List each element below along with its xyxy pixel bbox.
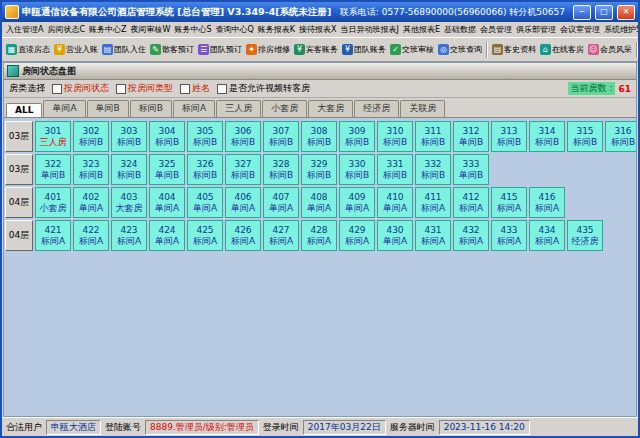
room-cell[interactable]: 416标间A: [529, 187, 565, 218]
room-cell[interactable]: 430单间A: [377, 220, 413, 251]
room-cell[interactable]: 322单间B: [35, 154, 71, 185]
room-cell[interactable]: 313标间B: [491, 121, 527, 152]
room-cell[interactable]: 423标间A: [111, 220, 147, 251]
room-cell[interactable]: 428标间A: [301, 220, 337, 251]
business-posting-button[interactable]: ¥营业入账: [52, 42, 100, 57]
room-cell[interactable]: 330标间B: [339, 154, 375, 185]
room-cell[interactable]: 302标间B: [73, 121, 109, 152]
by-name-option[interactable]: 姓名: [180, 82, 210, 95]
room-cell[interactable]: 432标间A: [453, 220, 489, 251]
member-profile-button[interactable]: ☺会员风采: [586, 42, 634, 57]
tab-三人房[interactable]: 三人房: [216, 100, 261, 117]
guest-history-button[interactable]: ▤客史资料: [490, 42, 538, 57]
room-cell[interactable]: 433标间A: [491, 220, 527, 251]
fit-booking-button[interactable]: ✎散客预订: [148, 42, 196, 57]
tab-单间A[interactable]: 单间A: [43, 100, 85, 117]
room-cell[interactable]: 412标间A: [453, 187, 489, 218]
menu-item[interactable]: 系统维护S: [602, 24, 638, 35]
room-cell[interactable]: 435经济房: [567, 220, 603, 251]
tab-小套房[interactable]: 小套房: [262, 100, 307, 117]
room-cell[interactable]: 326标间B: [187, 154, 223, 185]
room-cell[interactable]: 311标间B: [415, 121, 451, 152]
floor-label[interactable]: 03层: [5, 121, 33, 152]
room-cell[interactable]: 427标间A: [263, 220, 299, 251]
menu-item[interactable]: 房间状态C: [45, 24, 87, 35]
menu-item[interactable]: 会议室管理: [558, 24, 602, 35]
room-cell[interactable]: 415标间A: [491, 187, 527, 218]
room-cell[interactable]: 332标间B: [415, 154, 451, 185]
room-status-button[interactable]: ▦直读房态: [4, 42, 52, 57]
room-cell[interactable]: 434标间A: [529, 220, 565, 251]
room-cell[interactable]: 407单间A: [263, 187, 299, 218]
room-cell[interactable]: 401小套房: [35, 187, 71, 218]
room-cell[interactable]: 429标间A: [339, 220, 375, 251]
menu-item[interactable]: 夜间审核W: [129, 24, 173, 35]
room-cell[interactable]: 312单间B: [453, 121, 489, 152]
room-cell[interactable]: 425标间A: [187, 220, 223, 251]
room-cell[interactable]: 405单间A: [187, 187, 223, 218]
room-cell[interactable]: 402单间A: [73, 187, 109, 218]
menu-item[interactable]: 账务中心Z: [87, 24, 128, 35]
room-cell[interactable]: 303标间B: [111, 121, 147, 152]
room-cell[interactable]: 329标间B: [301, 154, 337, 185]
room-cell[interactable]: 307标间B: [263, 121, 299, 152]
menu-item[interactable]: 俱乐部管理: [514, 24, 558, 35]
menu-item[interactable]: 其他报表E: [401, 24, 442, 35]
room-cell[interactable]: 426标间A: [225, 220, 261, 251]
floor-label[interactable]: 04层: [5, 220, 33, 251]
room-cell[interactable]: 411标间A: [415, 187, 451, 218]
close-button[interactable]: ✕: [617, 5, 635, 20]
room-cell[interactable]: 421标间A: [35, 220, 71, 251]
room-cell[interactable]: 325单间B: [149, 154, 185, 185]
room-cell[interactable]: 304标间B: [149, 121, 185, 152]
room-cell[interactable]: 422标间A: [73, 220, 109, 251]
room-cell[interactable]: 410单间A: [377, 187, 413, 218]
tab-关联房[interactable]: 关联房: [400, 100, 445, 117]
room-cell[interactable]: 408单间A: [301, 187, 337, 218]
by-room-type-option[interactable]: 按房间类型: [116, 82, 173, 95]
menu-item[interactable]: 账务中心S: [172, 24, 213, 35]
room-cell[interactable]: 316标间B: [605, 121, 636, 152]
floor-label[interactable]: 03层: [5, 154, 33, 185]
minimize-button[interactable]: ─: [573, 5, 591, 20]
room-cell[interactable]: 331标间B: [377, 154, 413, 185]
room-cell[interactable]: 431标间A: [415, 220, 451, 251]
room-cell[interactable]: 301三人房: [35, 121, 71, 152]
room-cell[interactable]: 309标间B: [339, 121, 375, 152]
room-cell[interactable]: 324标间B: [111, 154, 147, 185]
room-cell[interactable]: 308标间B: [301, 121, 337, 152]
room-cell[interactable]: 305标间B: [187, 121, 223, 152]
shift-query-button[interactable]: ◎交班查询: [436, 42, 484, 57]
tab-标间A[interactable]: 标间A: [173, 100, 215, 117]
room-cell[interactable]: 314标间B: [529, 121, 565, 152]
room-cell[interactable]: 424单间A: [149, 220, 185, 251]
inhouse-rooms-button[interactable]: ⌂在线客房: [538, 42, 586, 57]
floor-label[interactable]: 04层: [5, 187, 33, 218]
room-cell[interactable]: 406单间A: [225, 187, 261, 218]
menu-item[interactable]: 账务报表K: [256, 24, 297, 35]
tab-ALL[interactable]: ALL: [6, 103, 42, 117]
room-cell[interactable]: 310标间B: [377, 121, 413, 152]
room-assign-button[interactable]: ✦排房维修: [244, 42, 292, 57]
menu-item[interactable]: 入住管理A: [4, 24, 45, 35]
tab-大套房[interactable]: 大套房: [308, 100, 353, 117]
menu-item[interactable]: 接待报表X: [297, 24, 338, 35]
room-cell[interactable]: 323标间B: [73, 154, 109, 185]
group-checkin-button[interactable]: ▤团队入住: [100, 42, 148, 57]
tab-经济房[interactable]: 经济房: [354, 100, 399, 117]
room-cell[interactable]: 403大套房: [111, 187, 147, 218]
room-cell[interactable]: 409单间A: [339, 187, 375, 218]
group-account-button[interactable]: ¥团队账务: [340, 42, 388, 57]
allow-transfer-checkbox[interactable]: 是否允许视频转客房: [217, 82, 310, 95]
guest-account-button[interactable]: ¥宾客账务: [292, 42, 340, 57]
menu-item[interactable]: 基础数据: [442, 24, 478, 35]
by-room-status-option[interactable]: 按房间状态: [52, 82, 109, 95]
room-cell[interactable]: 333单间B: [453, 154, 489, 185]
room-cell[interactable]: 404单间A: [149, 187, 185, 218]
maximize-button[interactable]: □: [595, 5, 613, 20]
room-cell[interactable]: 315标间B: [567, 121, 603, 152]
shift-audit-button[interactable]: ✓交班审核: [388, 42, 436, 57]
tab-单间B[interactable]: 单间B: [87, 100, 129, 117]
room-cell[interactable]: 306标间B: [225, 121, 261, 152]
menu-item[interactable]: 查询中心Q: [214, 24, 256, 35]
